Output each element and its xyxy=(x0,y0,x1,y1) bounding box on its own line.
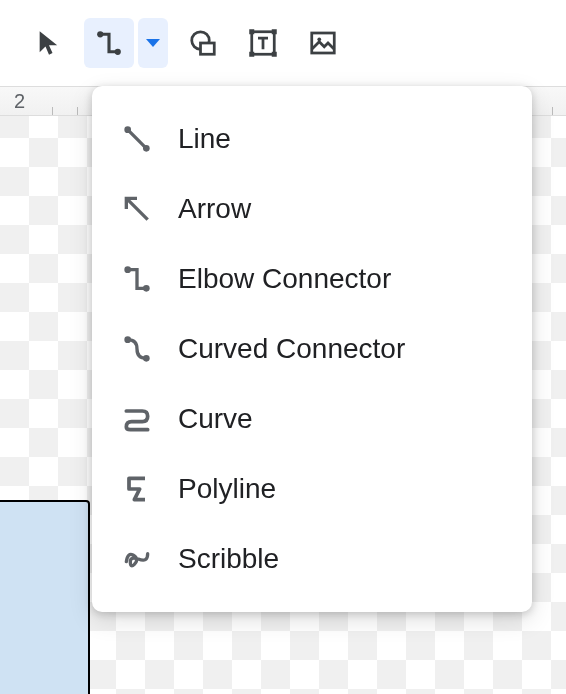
menu-item-polyline[interactable]: Polyline xyxy=(92,454,532,524)
elbow-connector-icon xyxy=(94,28,124,58)
ruler-label: 2 xyxy=(14,90,25,113)
cursor-icon xyxy=(35,29,63,57)
polyline-icon xyxy=(120,472,154,506)
ruler-tick xyxy=(552,107,553,115)
menu-item-label: Scribble xyxy=(178,543,279,575)
menu-item-elbow-connector[interactable]: Elbow Connector xyxy=(92,244,532,314)
scribble-icon xyxy=(120,542,154,576)
shape-tool-button[interactable] xyxy=(178,18,228,68)
curve-icon xyxy=(120,402,154,436)
image-icon xyxy=(308,28,338,58)
textbox-icon xyxy=(248,28,278,58)
svg-rect-9 xyxy=(312,33,335,53)
menu-item-label: Arrow xyxy=(178,193,251,225)
svg-rect-7 xyxy=(249,52,254,57)
select-tool-button[interactable] xyxy=(24,18,74,68)
elbow-connector-icon xyxy=(120,262,154,296)
line-type-menu: Line Arrow Elbow Connector Curved Connec… xyxy=(92,86,532,612)
svg-rect-8 xyxy=(272,52,277,57)
ruler-tick xyxy=(52,107,53,115)
svg-point-1 xyxy=(115,49,121,55)
line-tool-dropdown-button[interactable] xyxy=(138,18,168,68)
menu-item-curved-connector[interactable]: Curved Connector xyxy=(92,314,532,384)
line-icon xyxy=(120,122,154,156)
svg-rect-3 xyxy=(201,43,215,54)
arrow-icon xyxy=(120,192,154,226)
svg-line-12 xyxy=(128,130,147,149)
menu-item-label: Curved Connector xyxy=(178,333,405,365)
svg-point-10 xyxy=(317,37,321,41)
menu-item-label: Polyline xyxy=(178,473,276,505)
menu-item-curve[interactable]: Curve xyxy=(92,384,532,454)
svg-rect-6 xyxy=(272,29,277,34)
menu-item-scribble[interactable]: Scribble xyxy=(92,524,532,594)
menu-item-label: Curve xyxy=(178,403,253,435)
textbox-tool-button[interactable] xyxy=(238,18,288,68)
menu-item-arrow[interactable]: Arrow xyxy=(92,174,532,244)
ruler-tick xyxy=(77,107,78,115)
svg-line-14 xyxy=(128,200,148,220)
chevron-down-icon xyxy=(146,39,160,47)
curved-connector-icon xyxy=(120,332,154,366)
canvas-shape[interactable] xyxy=(0,500,90,694)
menu-item-label: Line xyxy=(178,123,231,155)
svg-point-13 xyxy=(143,145,150,152)
toolbar xyxy=(0,0,566,86)
svg-point-16 xyxy=(143,285,150,292)
image-tool-button[interactable] xyxy=(298,18,348,68)
svg-rect-5 xyxy=(249,29,254,34)
shape-icon xyxy=(188,28,218,58)
menu-item-line[interactable]: Line xyxy=(92,104,532,174)
svg-point-18 xyxy=(143,355,150,362)
menu-item-label: Elbow Connector xyxy=(178,263,391,295)
line-tool-button[interactable] xyxy=(84,18,134,68)
